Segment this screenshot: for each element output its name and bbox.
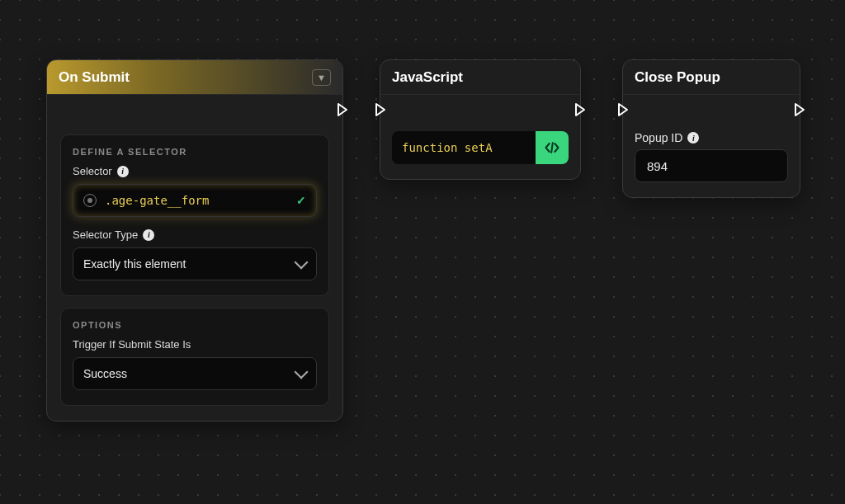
options-panel: OPTIONS Trigger If Submit State Is Succe… — [60, 308, 329, 406]
check-icon: ✓ — [296, 194, 306, 207]
selector-type-dropdown[interactable]: Exactly this element — [73, 247, 317, 280]
info-icon[interactable]: i — [117, 166, 129, 177]
selector-type-label: Selector Type i — [73, 228, 317, 241]
output-port[interactable] — [573, 102, 588, 117]
selector-label: Selector i — [73, 165, 317, 177]
trigger-dropdown[interactable]: Success — [73, 357, 317, 390]
section-title-options: OPTIONS — [73, 320, 317, 330]
input-port[interactable] — [373, 102, 388, 117]
node-title: JavaScript — [392, 69, 463, 86]
section-title-selector: DEFINE A SELECTOR — [73, 147, 317, 157]
node-javascript[interactable]: JavaScript function setA — [380, 59, 581, 180]
code-row: function setA — [392, 131, 569, 164]
node-on-submit[interactable]: On Submit ▼ DEFINE A SELECTOR Selector i… — [46, 59, 343, 422]
selector-type-value: Exactly this element — [83, 257, 186, 271]
trigger-label: Trigger If Submit State Is — [73, 338, 317, 351]
selector-field: Selector i .age-gate__form ✓ — [73, 165, 317, 217]
trigger-value: Success — [83, 367, 127, 380]
filter-icon[interactable]: ▼ — [312, 69, 331, 86]
svg-line-0 — [551, 143, 553, 153]
target-icon[interactable] — [83, 194, 97, 207]
info-icon[interactable]: i — [687, 132, 699, 144]
input-port[interactable] — [616, 102, 630, 117]
node-header[interactable]: Close Popup — [623, 60, 800, 95]
info-icon[interactable]: i — [143, 229, 154, 241]
output-port[interactable] — [792, 102, 807, 117]
selector-panel: DEFINE A SELECTOR Selector i .age-gate__… — [60, 134, 329, 296]
node-header[interactable]: On Submit ▼ — [47, 60, 342, 95]
selector-value: .age-gate__form — [97, 194, 296, 207]
chevron-down-icon — [295, 256, 309, 270]
node-title: Close Popup — [635, 69, 720, 86]
port-row — [380, 95, 580, 125]
output-port[interactable] — [335, 102, 350, 117]
port-row — [47, 95, 342, 125]
popup-id-value: 894 — [647, 159, 668, 173]
trigger-field: Trigger If Submit State Is Success — [73, 338, 317, 390]
node-header[interactable]: JavaScript — [380, 60, 580, 95]
open-code-button[interactable] — [536, 131, 569, 164]
node-body: DEFINE A SELECTOR Selector i .age-gate__… — [47, 125, 342, 421]
port-row — [623, 95, 800, 125]
popup-id-label: Popup ID i — [623, 125, 800, 144]
selector-type-field: Selector Type i Exactly this element — [73, 228, 317, 280]
node-close-popup[interactable]: Close Popup Popup ID i 894 — [622, 59, 800, 198]
popup-id-input[interactable]: 894 — [635, 149, 788, 182]
chevron-down-icon — [295, 365, 309, 379]
code-preview: function setA — [392, 131, 536, 164]
selector-input[interactable]: .age-gate__form ✓ — [73, 184, 317, 217]
node-title: On Submit — [59, 69, 130, 86]
